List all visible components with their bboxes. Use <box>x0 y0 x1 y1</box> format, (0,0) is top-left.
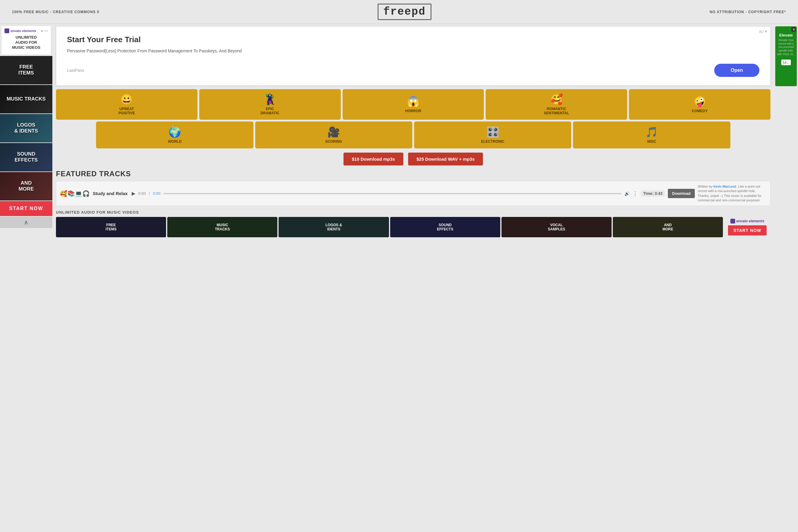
sidebar-envato-ad[interactable]: envato elements ▶ AD UNLIMITED AUDIO FOR… <box>1 26 51 55</box>
sidebar-item-free-items[interactable]: FREEITEMS <box>0 56 52 84</box>
download-wav-button[interactable]: $25 Download WAV + mp3s <box>408 153 483 166</box>
track-info-text: Written by Kevin MacLeod. Like a worn ou… <box>698 184 766 203</box>
logo-text: freepd <box>383 6 426 18</box>
ad-banner-description: Pervasive Password[Less] Protection From… <box>67 48 247 54</box>
sidebar-item-label-logos-idents: LOGOS& IDENTS <box>14 122 38 134</box>
track-time-total: 0:00 <box>153 191 160 196</box>
header-left-text: 100% FREE MUSIC - CREATIVE COMMONS 0 <box>12 10 99 14</box>
track-emojis: 🥰📚💻🎧 <box>60 190 90 197</box>
track-progress-bar[interactable] <box>164 193 622 194</box>
page-layout: envato elements ▶ AD UNLIMITED AUDIO FOR… <box>0 24 798 240</box>
bottom-nav-sound-effects[interactable]: SOUNDEFFECTS <box>390 217 500 237</box>
track-author-link[interactable]: Kevin MacLeod <box>713 185 736 188</box>
genre-label-romantic: ROMANTICSENTIMENTAL <box>544 107 569 115</box>
track-volume-icon[interactable]: 🔊 <box>625 191 629 196</box>
left-sidebar: envato elements ▶ AD UNLIMITED AUDIO FOR… <box>0 24 52 240</box>
featured-tracks-title: FEATURED TRACKS <box>56 170 771 178</box>
genre-emoji-scoring: 🎥 <box>327 126 340 138</box>
genre-card-world[interactable]: 🌍 WORLD <box>96 121 253 148</box>
bottom-nav-vocal-samples[interactable]: VOCALSAMPLES <box>501 217 612 237</box>
genre-card-comedy[interactable]: 🤪 COMEDY <box>629 89 771 120</box>
ad-provider: LastPass <box>67 68 84 73</box>
genre-card-misc[interactable]: 🎵 MISC <box>573 121 730 148</box>
header-right-text: NO ATTRIBUTION - COPYRIGHT FREE* <box>710 10 786 14</box>
genre-card-scoring[interactable]: 🎥 SCORING <box>255 121 412 148</box>
track-play-button[interactable]: ▶ <box>132 191 135 196</box>
bottom-nav-free-items[interactable]: FREEITEMS <box>56 217 166 237</box>
sidebar-ad-text: UNLIMITED AUDIO FOR MUSIC VIDEOS <box>4 35 48 50</box>
bottom-start-now-button[interactable]: START NOW <box>728 225 766 235</box>
right-sidebar: ✕ Elevate Elevate Yourrecord with amis-p… <box>774 24 798 240</box>
genre-emoji-epic: 🦹 <box>264 93 276 105</box>
genre-grid-row2: 🌍 WORLD 🎥 SCORING 🎛️ ELECTRONIC 🎵 MISC <box>56 121 771 148</box>
download-buttons: $10 Download mp3s $25 Download WAV + mp3… <box>56 153 771 166</box>
bottom-nav-music-tracks[interactable]: MUSICTRACKS <box>167 217 278 237</box>
genre-label-epic: EPICDRAMATIC <box>261 107 280 115</box>
genre-label-upbeat: UPBEATPOSITIVE <box>118 107 135 115</box>
right-ad-title: Elevate <box>777 33 795 37</box>
bottom-ad-section: UNLIMITED AUDIO FOR MUSIC VIDEOS FREEITE… <box>56 210 771 237</box>
genre-label-scoring: SCORING <box>325 139 342 144</box>
genre-label-horror: HORROR <box>405 109 421 113</box>
genre-label-world: WORLD <box>168 139 181 144</box>
track-more-button[interactable]: ⋮ <box>632 190 638 197</box>
genre-label-electronic: ELECTRONIC <box>481 139 505 144</box>
bottom-envato-block: envato elements START NOW <box>724 217 771 237</box>
track-row: 🥰📚💻🎧 Study and Relax ▶ 0:00 / 0:00 🔊 ⋮ T… <box>56 181 771 206</box>
sidebar-item-label-and-more: ANDMORE <box>19 180 34 192</box>
ad-open-button[interactable]: Open <box>714 64 759 77</box>
sidebar-ad-header: envato elements ▶ AD <box>4 28 48 33</box>
genre-emoji-romantic: 🥰 <box>550 93 563 105</box>
sidebar-item-label-sound-effects: SOUNDEFFECTS <box>15 151 38 164</box>
genre-emoji-horror: 😱 <box>407 95 419 108</box>
sidebar-start-now-button[interactable]: START NOW <box>0 201 52 216</box>
ad-corner-label[interactable]: AD ✕ <box>759 30 767 34</box>
genre-emoji-world: 🌍 <box>169 126 181 138</box>
genre-grid-row1: 😀 UPBEATPOSITIVE 🦹 EPICDRAMATIC 😱 HORROR… <box>56 89 771 120</box>
ad-banner: AD ✕ Start Your Free Trial Pervasive Pas… <box>56 26 771 86</box>
right-ad-learn-button[interactable]: Le... <box>781 59 791 65</box>
sidebar-scroll-up[interactable]: ∧ <box>0 216 52 228</box>
sidebar-item-label-free-items: FREEITEMS <box>19 64 34 76</box>
genre-emoji-electronic: 🎛️ <box>487 126 499 138</box>
sidebar-item-music-tracks[interactable]: MUSIC TRACKS <box>0 85 52 113</box>
right-sidebar-ad[interactable]: ✕ Elevate Elevate Yourrecord with amis-p… <box>775 26 797 86</box>
track-duration: Time: 3:43 <box>641 190 665 196</box>
sidebar-item-logos-idents[interactable]: LOGOS& IDENTS <box>0 114 52 142</box>
sidebar-item-label-music-tracks: MUSIC TRACKS <box>6 96 45 102</box>
download-mp3-button[interactable]: $10 Download mp3s <box>343 153 403 166</box>
genre-card-epic-dramatic[interactable]: 🦹 EPICDRAMATIC <box>199 89 341 120</box>
genre-emoji-misc: 🎵 <box>645 126 658 138</box>
track-name: Study and Relax <box>93 191 129 196</box>
genre-card-upbeat-positive[interactable]: 😀 UPBEATPOSITIVE <box>56 89 197 120</box>
genre-card-horror[interactable]: 😱 HORROR <box>343 89 484 120</box>
genre-card-electronic[interactable]: 🎛️ ELECTRONIC <box>414 121 571 148</box>
right-ad-close-button[interactable]: ✕ <box>792 27 796 32</box>
bottom-ad-title: UNLIMITED AUDIO FOR MUSIC VIDEOS <box>56 210 771 214</box>
track-time-separator: / <box>149 191 150 196</box>
bottom-nav-logos-idents[interactable]: LOGOS &IDENTS <box>279 217 389 237</box>
sidebar-item-and-more[interactable]: ANDMORE <box>0 172 52 201</box>
site-logo[interactable]: freepd <box>378 4 432 20</box>
genre-card-romantic[interactable]: 🥰 ROMANTICSENTIMENTAL <box>486 89 627 120</box>
site-header: 100% FREE MUSIC - CREATIVE COMMONS 0 fre… <box>0 0 798 24</box>
sidebar-item-sound-effects[interactable]: SOUNDEFFECTS <box>0 143 52 171</box>
right-ad-description: Elevate Yourrecord with amis-punchedspin… <box>777 39 795 56</box>
bottom-nav-and-more[interactable]: ANDMORE <box>613 217 723 237</box>
track-download-button[interactable]: Download <box>668 189 695 198</box>
track-time-current: 0:00 <box>138 191 146 196</box>
genre-label-misc: MISC <box>647 139 656 144</box>
genre-emoji-upbeat: 😀 <box>120 93 133 105</box>
ad-banner-title: Start Your Free Trial <box>67 35 759 44</box>
featured-tracks-section: FEATURED TRACKS 🥰📚💻🎧 Study and Relax ▶ 0… <box>56 170 771 206</box>
main-content: AD ✕ Start Your Free Trial Pervasive Pas… <box>52 24 774 240</box>
genre-label-comedy: COMEDY <box>692 109 708 113</box>
genre-emoji-comedy: 🤪 <box>694 95 706 108</box>
